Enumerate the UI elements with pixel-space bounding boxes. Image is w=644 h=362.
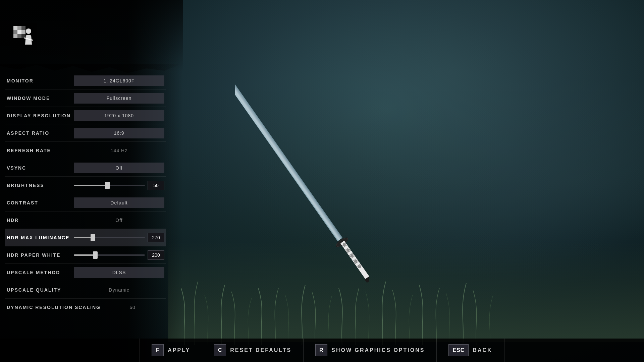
setting-value-hdr_max_luminance: 270 — [74, 233, 164, 242]
setting-value-monitor[interactable]: 1: 24GL600F — [74, 75, 164, 86]
header — [0, 0, 183, 72]
setting-value-brightness: 50 — [74, 181, 164, 190]
setting-value-upscale_quality: Dynamic — [74, 287, 164, 293]
setting-value-hdr: Off — [74, 218, 164, 223]
setting-row-hdr: HDROff — [5, 212, 166, 229]
setting-text-refresh_rate: 144 Hz — [74, 148, 164, 153]
action-apply[interactable]: FAPPLY — [140, 339, 202, 362]
setting-value-vsync[interactable]: Off — [74, 163, 164, 173]
setting-value-contrast[interactable]: Default — [74, 197, 164, 208]
slider-number-hdr_max_luminance: 270 — [148, 233, 164, 242]
svg-rect-22 — [17, 34, 21, 38]
svg-rect-0 — [235, 73, 342, 241]
setting-row-vsync: VSYNCOff — [5, 159, 166, 177]
svg-rect-16 — [17, 26, 21, 30]
svg-rect-21 — [13, 34, 17, 38]
setting-row-hdr_max_luminance: HDR MAX LUMINANCE270 — [5, 229, 166, 246]
slider-track-hdr_paper_white[interactable] — [74, 254, 145, 256]
setting-label-hdr: HDR — [7, 218, 74, 223]
action-label-show_graphics_options: SHOW GRAPHICS OPTIONS — [331, 347, 425, 353]
slider-track-brightness[interactable] — [74, 185, 145, 186]
setting-label-hdr_max_luminance: HDR MAX LUMINANCE — [7, 235, 74, 240]
setting-label-aspect_ratio: ASPECT RATIO — [7, 130, 74, 136]
action-show_graphics_options[interactable]: RSHOW GRAPHICS OPTIONS — [304, 339, 437, 362]
svg-rect-19 — [21, 26, 25, 30]
key-badge-back: ESC — [448, 344, 469, 356]
setting-row-upscale_quality: UPSCALE QUALITYDynamic — [5, 281, 166, 299]
setting-row-dynamic_resolution_scaling: DYNAMIC RESOLUTION SCALING60 — [5, 299, 166, 316]
setting-row-hdr_paper_white: HDR PAPER WHITE200 — [5, 246, 166, 264]
setting-value-window_mode[interactable]: Fullscreen — [74, 93, 164, 104]
setting-value-aspect_ratio[interactable]: 16:9 — [74, 128, 164, 138]
setting-row-monitor: MONITOR1: 24GL600F — [5, 72, 166, 89]
setting-row-contrast: CONTRASTDefault — [5, 194, 166, 212]
setting-select-contrast[interactable]: Default — [74, 197, 164, 208]
slider-fill-hdr_paper_white — [74, 254, 95, 256]
setting-select-monitor[interactable]: 1: 24GL600F — [74, 75, 164, 86]
setting-label-display_resolution: DISPLAY RESOLUTION — [7, 113, 74, 118]
slider-container-hdr_paper_white: 200 — [74, 250, 164, 260]
setting-label-monitor: MONITOR — [7, 78, 74, 83]
settings-panel: MONITOR1: 24GL600FWINDOW MODEFullscreenD… — [0, 72, 171, 316]
setting-label-window_mode: WINDOW MODE — [7, 96, 74, 101]
svg-rect-18 — [17, 30, 21, 34]
setting-row-display_resolution: DISPLAY RESOLUTION1920 x 1080 — [5, 107, 166, 124]
setting-label-contrast: CONTRAST — [7, 200, 74, 205]
setting-label-upscale_quality: UPSCALE QUALITY — [7, 287, 74, 293]
key-badge-apply: F — [152, 344, 164, 356]
setting-value-refresh_rate: 144 Hz — [74, 148, 164, 153]
setting-label-hdr_paper_white: HDR PAPER WHITE — [7, 252, 74, 258]
action-label-back: BACK — [473, 347, 492, 353]
setting-label-brightness: BRIGHTNESS — [7, 183, 74, 188]
sword-decoration — [235, 34, 369, 335]
setting-row-brightness: BRIGHTNESS50 — [5, 177, 166, 194]
setting-text-dynamic_resolution_scaling: 60 — [101, 305, 164, 310]
slider-container-brightness: 50 — [74, 181, 164, 190]
svg-rect-20 — [21, 30, 25, 34]
setting-row-refresh_rate: REFRESH RATE144 Hz — [5, 142, 166, 159]
setting-select-aspect_ratio[interactable]: 16:9 — [74, 128, 164, 138]
setting-label-dynamic_resolution_scaling: DYNAMIC RESOLUTION SCALING — [7, 305, 101, 310]
slider-thumb-hdr_paper_white[interactable] — [93, 251, 98, 259]
svg-rect-15 — [13, 26, 17, 30]
setting-row-aspect_ratio: ASPECT RATIO16:9 — [5, 124, 166, 142]
slider-thumb-brightness[interactable] — [105, 182, 110, 189]
bottom-action-bar: FAPPLYCRESET DEFAULTSRSHOW GRAPHICS OPTI… — [0, 339, 644, 362]
setting-value-display_resolution[interactable]: 644 x 362 — [74, 110, 164, 121]
game-logo-icon — [10, 23, 37, 50]
action-back[interactable]: ESCBACK — [437, 339, 504, 362]
slider-number-brightness: 50 — [148, 181, 164, 190]
action-reset_defaults[interactable]: CRESET DEFAULTS — [202, 339, 304, 362]
action-label-apply: APPLY — [168, 347, 190, 353]
setting-text-upscale_quality: Dynamic — [74, 287, 164, 293]
setting-text-hdr: Off — [74, 218, 164, 223]
setting-row-window_mode: WINDOW MODEFullscreen — [5, 89, 166, 107]
setting-row-upscale_method: UPSCALE METHODDLSS — [5, 264, 166, 281]
key-badge-reset_defaults: C — [214, 344, 226, 356]
svg-rect-17 — [13, 30, 17, 34]
action-label-reset_defaults: RESET DEFAULTS — [230, 347, 291, 353]
setting-label-refresh_rate: REFRESH RATE — [7, 148, 74, 153]
setting-value-hdr_paper_white: 200 — [74, 250, 164, 260]
slider-fill-brightness — [74, 185, 107, 186]
setting-value-upscale_method[interactable]: DLSS — [74, 267, 164, 278]
setting-label-upscale_method: UPSCALE METHOD — [7, 270, 74, 275]
slider-thumb-hdr_max_luminance[interactable] — [91, 234, 95, 241]
slider-fill-hdr_max_luminance — [74, 237, 93, 238]
setting-value-dynamic_resolution_scaling: 60 — [101, 305, 164, 310]
setting-select-vsync[interactable]: Off — [74, 163, 164, 173]
svg-point-24 — [26, 28, 31, 34]
key-badge-show_graphics_options: R — [315, 344, 327, 356]
setting-label-vsync: VSYNC — [7, 165, 74, 171]
slider-number-hdr_paper_white: 200 — [148, 250, 164, 260]
slider-track-hdr_max_luminance[interactable] — [74, 237, 145, 238]
setting-select-window_mode[interactable]: Fullscreen — [74, 93, 164, 104]
setting-select-display_resolution[interactable]: 644 x 362 — [74, 110, 164, 121]
setting-select-upscale_method[interactable]: DLSS — [74, 267, 164, 278]
slider-container-hdr_max_luminance: 270 — [74, 233, 164, 242]
